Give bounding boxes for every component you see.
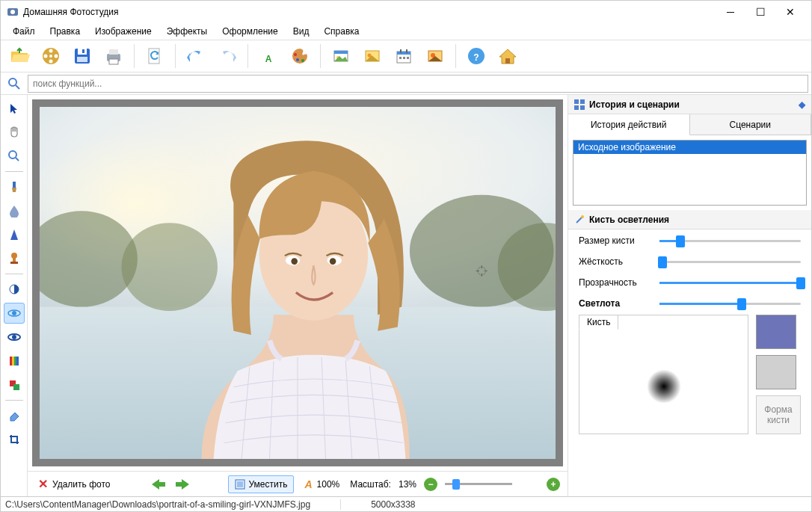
image-sunset-button[interactable] [421,42,449,70]
hardness-slider[interactable] [659,261,801,263]
svg-point-18 [296,58,299,61]
opacity-slider[interactable] [659,282,801,284]
menu-image[interactable]: Изображение [89,25,158,38]
palette-button[interactable] [286,42,314,70]
zoom-tool[interactable] [4,146,25,167]
blur-tool[interactable] [4,200,25,221]
redo-button[interactable] [213,42,242,70]
svg-rect-21 [334,51,348,54]
pointer-tool[interactable] [4,98,25,119]
tab-history[interactable]: История действий [568,114,690,135]
svg-rect-51 [12,357,14,366]
svg-point-4 [55,55,58,58]
gradient-tool[interactable] [4,351,25,371]
svg-point-42 [11,253,17,259]
save-button[interactable] [68,42,96,70]
toolbar: A ? [1,40,811,73]
size-slider[interactable] [659,240,801,242]
sharpen-tool[interactable] [4,224,25,245]
tool-strip [1,95,28,496]
delete-photo-button[interactable]: ✕ Удалить фото [35,475,113,493]
svg-rect-11 [77,57,87,62]
hand-tool[interactable] [4,122,25,143]
reset-zoom-button[interactable]: A 100% [301,477,342,492]
menu-effects[interactable]: Эффекты [161,25,214,38]
prev-button[interactable] [150,478,167,491]
image-yellow-button[interactable] [358,42,387,70]
bottom-bar: ✕ Удалить фото Уместить A 100% Масштаб: … [28,471,568,496]
main-content: ✕ Удалить фото Уместить A 100% Масштаб: … [1,95,811,496]
zoom-in-button[interactable]: + [547,478,560,491]
svg-rect-10 [82,49,84,53]
search-input[interactable] [28,75,808,93]
home-button[interactable] [493,42,522,70]
collapse-icon[interactable]: ◆ [799,99,805,110]
svg-text:?: ? [473,52,479,63]
svg-point-3 [49,49,53,53]
primary-color-chip[interactable] [756,315,796,349]
svg-rect-13 [109,49,118,55]
scale-value: 13% [399,479,416,490]
stamp-tool[interactable] [4,248,25,269]
svg-rect-50 [10,357,12,366]
svg-rect-43 [13,258,16,262]
print-button[interactable] [99,42,128,70]
canvas-area: ✕ Удалить фото Уместить A 100% Масштаб: … [28,95,568,496]
open-folder-button[interactable] [5,42,34,70]
brush-shape-button[interactable]: Форма кисти [756,395,801,434]
reset-zoom-label: 100% [317,479,340,490]
menu-file[interactable]: Файл [7,25,41,38]
status-bar: C:\Users\ContentManager\Downloads\portra… [1,496,811,511]
zoom-out-button[interactable]: − [424,478,437,491]
history-list[interactable]: Исходное изображение [573,140,807,206]
text-button[interactable]: A [254,42,283,70]
calendar-button[interactable] [390,42,418,70]
history-tabs: История действий Сценарии [568,114,811,135]
menu-view[interactable]: Вид [287,25,316,38]
fit-label: Уместить [248,479,287,490]
svg-rect-74 [237,481,243,487]
page-refresh-button[interactable] [141,42,169,70]
size-label: Размер кисти [579,235,653,246]
status-path: C:\Users\ContentManager\Downloads\portra… [5,499,341,510]
canvas[interactable] [32,99,563,466]
tab-scenarios[interactable]: Сценарии [690,114,812,135]
contrast-tool[interactable] [4,279,25,300]
svg-text:A: A [265,54,272,64]
right-panel: История и сценарии ◆ История действий Сц… [568,95,811,496]
menu-help[interactable]: Справка [318,25,365,38]
menu-design[interactable]: Оформление [216,25,283,38]
svg-point-39 [9,151,16,158]
svg-point-49 [12,335,16,339]
fit-button[interactable]: Уместить [228,475,294,493]
dodge-tool[interactable] [4,303,25,324]
crop-tool[interactable] [4,429,25,450]
maximize-button[interactable]: ☐ [745,1,775,22]
help-button[interactable]: ? [462,42,490,70]
next-button[interactable] [174,478,191,491]
burn-tool[interactable] [4,327,25,348]
svg-rect-55 [13,384,19,390]
svg-rect-36 [505,58,510,64]
svg-point-19 [301,59,304,62]
history-item[interactable]: Исходное изображение [573,141,806,154]
photo-image [40,107,556,459]
zoom-slider[interactable] [445,483,512,485]
replace-color-tool[interactable] [4,374,25,395]
preview-tab-label: Кисть [579,315,618,330]
svg-rect-77 [574,105,579,110]
scale-label: Масштаб: [350,479,391,490]
eraser-tool[interactable] [4,405,25,426]
undo-button[interactable] [182,42,210,70]
lightness-slider[interactable] [659,303,801,305]
brush-tool[interactable] [4,176,25,197]
close-button[interactable]: ✕ [775,1,805,22]
image-small-button[interactable] [327,42,355,70]
minimize-button[interactable]: ─ [716,1,745,22]
svg-line-40 [16,158,19,161]
menu-edit[interactable]: Правка [44,25,87,38]
film-reel-button[interactable] [37,42,65,70]
secondary-color-chip[interactable] [756,355,796,389]
svg-rect-14 [109,59,118,64]
grid-icon [574,99,585,110]
